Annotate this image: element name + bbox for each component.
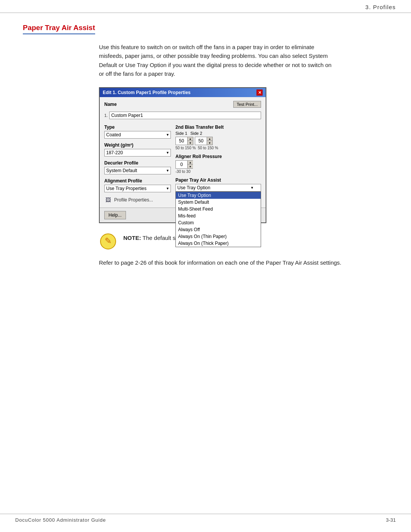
dialog-title: Edit 1. Custom Paper1 Profile Properties [103, 90, 191, 95]
dialog-title-bar: Edit 1. Custom Paper1 Profile Properties… [100, 88, 266, 97]
type-label: Type [104, 125, 171, 130]
page-title: Paper Tray Air Assist [23, 24, 95, 34]
dialog-right: 2nd Bias Transfer Belt Side 1 Side 2 ▲ [175, 125, 261, 204]
dropdown-item-custom[interactable]: Custom [176, 219, 261, 226]
profile-properties-link[interactable]: Profile Properties... [114, 197, 153, 203]
decurler-select-wrapper[interactable]: System Default [104, 167, 171, 174]
type-select-wrapper[interactable]: Coated [104, 131, 171, 139]
name-input-row: 1. [104, 112, 261, 119]
bias-side1-label: Side 1 [175, 131, 187, 136]
note-icon: ✎ [99, 232, 117, 251]
refer-paragraph: Refer to page 2-26 of this book for info… [99, 258, 365, 267]
air-assist-selected-value: Use Tray Option [177, 185, 210, 190]
dropdown-item-multi-sheet-feed[interactable]: Multi-Sheet Feed [176, 206, 261, 212]
aligner-spin[interactable]: ▲ ▼ [175, 160, 193, 169]
footer-right: 3-31 [386, 517, 396, 523]
dropdown-item-always-off[interactable]: Always Off [176, 226, 261, 233]
dropdown-item-system-default[interactable]: System Default [176, 199, 261, 206]
name-number: 1. [104, 113, 108, 118]
note-prefix: NOTE: [123, 235, 141, 241]
bias-label: 2nd Bias Transfer Belt [175, 125, 261, 130]
top-bar: 3. Profiles [0, 0, 411, 13]
aligner-spin-up[interactable]: ▲ [188, 161, 193, 165]
decurler-select[interactable]: System Default [104, 167, 171, 174]
aligner-section: Aligner Roll Pressure ▲ ▼ -30 to 30 [175, 154, 261, 174]
dropdown-item-mis-feed[interactable]: Mis-feed [176, 212, 261, 219]
profile-icon: 🖼 [104, 196, 112, 204]
air-assist-section: Paper Tray Air Assist Use Tray Option Us… [175, 177, 261, 192]
help-button[interactable]: Help... [104, 211, 126, 219]
dialog-body: Name Test Print... 1. Type Coate [100, 97, 266, 208]
bias-spin1-buttons: ▲ ▼ [187, 137, 193, 145]
section-label: 3. Profiles [365, 4, 396, 10]
bias-spin1-down[interactable]: ▼ [188, 141, 193, 145]
dropdown-item-always-on-thick[interactable]: Always On (Thick Paper) [176, 240, 261, 247]
alignment-select-wrapper[interactable]: Use Tray Properties [104, 185, 171, 192]
bias-value2-input[interactable] [195, 138, 207, 144]
dialog-left: Type Coated Weight (g/m²) 187-220 [104, 125, 171, 204]
bias-spin2-up[interactable]: ▲ [207, 137, 212, 141]
aligner-spin-buttons: ▲ ▼ [187, 161, 193, 168]
alignment-label: Alignment Profile [104, 178, 171, 184]
air-assist-dropdown-list: Use Tray Option System Default Multi-She… [175, 192, 261, 247]
svg-text:✎: ✎ [105, 236, 112, 246]
bias-sides: Side 1 Side 2 [175, 131, 261, 136]
bias-spin1[interactable]: ▲ ▼ [175, 137, 193, 145]
air-assist-label: Paper Tray Air Assist [175, 177, 261, 183]
bias-side2-label: Side 2 [190, 131, 202, 136]
bias-spin1-up[interactable]: ▲ [188, 137, 193, 141]
dialog-close-button[interactable]: ✕ [256, 89, 263, 96]
bias-spin2-down[interactable]: ▼ [207, 141, 212, 145]
weight-label: Weight (g/m²) [104, 142, 171, 148]
aligner-value-input[interactable] [176, 161, 187, 168]
bias-range: 50 to 150 % 50 to 150 % [175, 146, 261, 150]
pencil-icon: ✎ [100, 233, 116, 249]
main-content: Paper Tray Air Assist Use this feature t… [0, 13, 411, 290]
weight-select-wrapper[interactable]: 187-220 [104, 149, 171, 157]
test-print-button[interactable]: Test Print... [233, 101, 261, 108]
weight-select[interactable]: 187-220 [104, 149, 171, 157]
dialog-box: Edit 1. Custom Paper1 Profile Properties… [99, 87, 266, 223]
dropdown-item-always-on-thin[interactable]: Always On (Thin Paper) [176, 233, 261, 240]
intro-paragraph: Use this feature to switch on or switch … [99, 43, 335, 78]
aligner-range: -30 to 30 [175, 169, 261, 174]
decurler-label: Decurler Profile [104, 160, 171, 166]
air-assist-selected[interactable]: Use Tray Option [175, 184, 261, 192]
footer-left: DocuColor 5000 Administrator Guide [15, 517, 106, 523]
dialog-columns: Type Coated Weight (g/m²) 187-220 [104, 125, 261, 204]
type-select[interactable]: Coated [104, 131, 171, 139]
alignment-select[interactable]: Use Tray Properties [104, 185, 171, 192]
bias-belt-section: 2nd Bias Transfer Belt Side 1 Side 2 ▲ [175, 125, 261, 150]
dropdown-item-use-tray-option[interactable]: Use Tray Option [176, 192, 261, 199]
air-assist-dropdown-container[interactable]: Use Tray Option Use Tray Option System D… [175, 184, 261, 192]
aligner-label: Aligner Roll Pressure [175, 154, 261, 159]
aligner-spin-down[interactable]: ▼ [188, 165, 193, 168]
bias-value1-input[interactable] [176, 138, 187, 144]
dialog-container: Edit 1. Custom Paper1 Profile Properties… [99, 87, 388, 223]
bias-spin2[interactable]: ▲ ▼ [195, 137, 213, 145]
name-label: Name [104, 102, 230, 107]
name-row: Name Test Print... [104, 101, 261, 108]
page-footer: DocuColor 5000 Administrator Guide 3-31 [0, 514, 411, 523]
bias-spin2-buttons: ▲ ▼ [207, 137, 212, 145]
name-input[interactable] [109, 112, 261, 119]
bias-inputs: ▲ ▼ ▲ ▼ [175, 137, 261, 145]
profile-properties-row[interactable]: 🖼 Profile Properties... [104, 196, 171, 204]
